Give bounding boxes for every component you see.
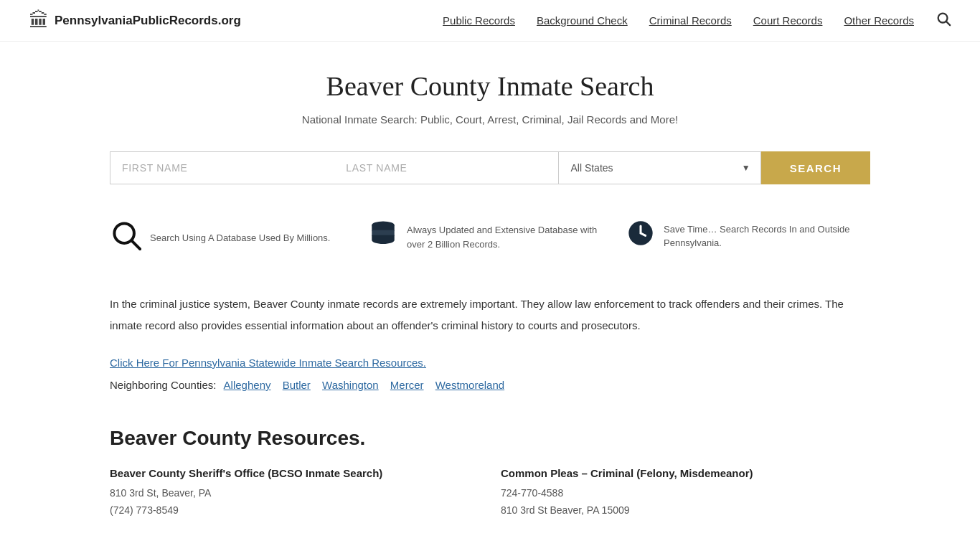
feature-database-text: Always Updated and Extensive Database wi…	[407, 223, 612, 251]
county-washington[interactable]: Washington	[322, 379, 379, 391]
svg-line-1	[946, 22, 950, 25]
nav-public-records[interactable]: Public Records	[443, 14, 515, 27]
resource-common-pleas: Common Pleas – Criminal (Felony, Misdeme…	[501, 467, 870, 519]
feature-clock-text: Save Time… Search Records In and Outside…	[664, 222, 870, 250]
resources-title: Beaver County Resources.	[110, 427, 870, 450]
features-section: Search Using A Database Used By Millions…	[110, 219, 870, 258]
nav-court-records[interactable]: Court Records	[753, 14, 823, 27]
feature-clock: Save Time… Search Records In and Outside…	[626, 219, 870, 253]
county-westmoreland[interactable]: Westmoreland	[435, 379, 504, 391]
nav-background-check[interactable]: Background Check	[537, 14, 628, 27]
search-button[interactable]: SEARCH	[761, 151, 870, 184]
nav-other-records[interactable]: Other Records	[844, 14, 914, 27]
county-butler[interactable]: Butler	[283, 379, 311, 391]
county-mercer[interactable]: Mercer	[390, 379, 424, 391]
resource-sheriff: Beaver County Sheriff's Office (BCSO Inm…	[110, 467, 479, 519]
svg-line-3	[132, 241, 140, 249]
statewide-link[interactable]: Click Here For Pennsylvania Statewide In…	[110, 357, 870, 369]
state-select-wrapper: All StatesAlabamaAlaskaArizonaArkansasCa…	[558, 151, 760, 184]
main-nav: Public Records Background Check Criminal…	[443, 11, 951, 30]
database-icon	[368, 219, 398, 255]
state-select[interactable]: All StatesAlabamaAlaskaArizonaArkansasCa…	[559, 152, 760, 184]
search-icon	[110, 219, 141, 258]
nav-criminal-records[interactable]: Criminal Records	[649, 14, 732, 27]
header: 🏛 PennsylvaniaPublicRecords.org Public R…	[0, 0, 980, 42]
page-title: Beaver County Inmate Search	[110, 70, 870, 102]
resources-grid: Beaver County Sheriff's Office (BCSO Inm…	[110, 467, 870, 519]
county-allegheny[interactable]: Allegheny	[224, 379, 271, 391]
body-paragraph: In the criminal justice system, Beaver C…	[110, 293, 870, 336]
main-content: Beaver County Inmate Search National Inm…	[95, 42, 885, 551]
page-subtitle: National Inmate Search: Public, Court, A…	[110, 113, 870, 126]
logo-text: PennsylvaniaPublicRecords.org	[55, 14, 241, 28]
resource-common-pleas-address: 810 3rd St Beaver, PA 15009	[501, 502, 870, 519]
logo-icon: 🏛	[29, 9, 49, 32]
neighboring-label: Neighboring Counties:	[110, 379, 216, 391]
neighboring-counties: Neighboring Counties: Allegheny Butler W…	[110, 379, 870, 391]
last-name-input[interactable]	[334, 151, 558, 184]
feature-search: Search Using A Database Used By Millions…	[110, 219, 354, 258]
feature-database: Always Updated and Extensive Database wi…	[368, 219, 612, 255]
resource-sheriff-address: 810 3rd St, Beaver, PA	[110, 485, 479, 502]
clock-icon	[626, 219, 655, 253]
nav-search-icon[interactable]	[936, 11, 951, 30]
first-name-input[interactable]	[110, 151, 334, 184]
resource-sheriff-name: Beaver County Sheriff's Office (BCSO Inm…	[110, 467, 479, 479]
search-form: All StatesAlabamaAlaskaArizonaArkansasCa…	[110, 151, 870, 184]
resource-sheriff-phone: (724) 773-8549	[110, 502, 479, 519]
logo-link[interactable]: 🏛 PennsylvaniaPublicRecords.org	[29, 9, 241, 32]
resource-common-pleas-phone: 724-770-4588	[501, 485, 870, 502]
feature-search-text: Search Using A Database Used By Millions…	[150, 231, 330, 245]
resource-common-pleas-name: Common Pleas – Criminal (Felony, Misdeme…	[501, 467, 870, 479]
